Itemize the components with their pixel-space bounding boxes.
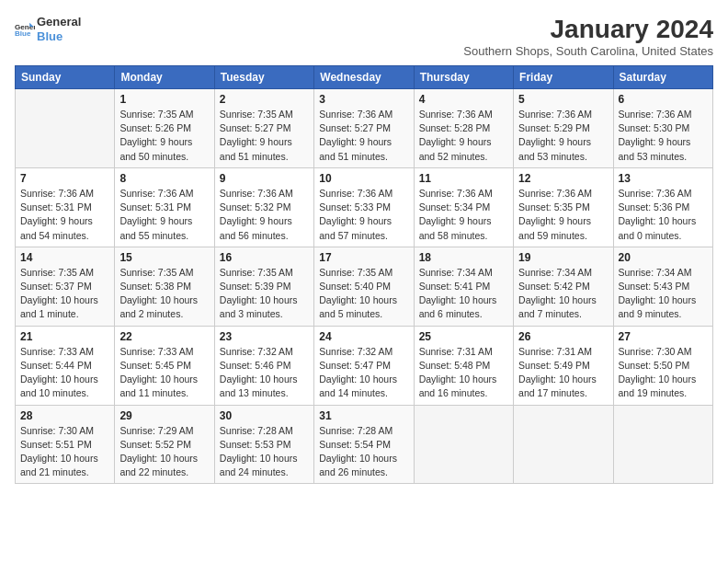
calendar-week-2: 7Sunrise: 7:36 AM Sunset: 5:31 PM Daylig… xyxy=(16,167,713,247)
day-number: 27 xyxy=(619,330,708,343)
calendar-cell: 2Sunrise: 7:35 AM Sunset: 5:27 PM Daylig… xyxy=(214,89,313,168)
day-detail: Sunrise: 7:30 AM Sunset: 5:50 PM Dayligh… xyxy=(619,345,708,401)
day-number: 14 xyxy=(20,251,109,264)
day-number: 26 xyxy=(518,330,608,343)
day-number: 24 xyxy=(319,330,408,343)
page-header: General Blue General Blue January 2024 S… xyxy=(15,15,713,58)
day-number: 3 xyxy=(319,93,408,106)
day-number: 1 xyxy=(119,93,209,106)
col-saturday: Saturday xyxy=(613,66,712,89)
day-number: 30 xyxy=(220,409,309,422)
day-number: 9 xyxy=(220,172,309,185)
day-number: 31 xyxy=(319,409,408,422)
day-number: 17 xyxy=(319,251,408,264)
day-number: 13 xyxy=(619,172,708,185)
day-number: 25 xyxy=(419,330,508,343)
day-detail: Sunrise: 7:34 AM Sunset: 5:42 PM Dayligh… xyxy=(518,266,608,322)
day-number: 5 xyxy=(518,93,608,106)
day-detail: Sunrise: 7:32 AM Sunset: 5:46 PM Dayligh… xyxy=(220,345,309,401)
calendar-cell: 5Sunrise: 7:36 AM Sunset: 5:29 PM Daylig… xyxy=(514,89,613,168)
day-number: 11 xyxy=(419,172,508,185)
calendar-cell: 31Sunrise: 7:28 AM Sunset: 5:54 PM Dayli… xyxy=(314,405,414,484)
day-detail: Sunrise: 7:28 AM Sunset: 5:53 PM Dayligh… xyxy=(220,424,309,480)
logo-text-line2: Blue xyxy=(37,29,81,44)
day-number: 19 xyxy=(518,251,608,264)
day-detail: Sunrise: 7:28 AM Sunset: 5:54 PM Dayligh… xyxy=(319,424,408,480)
calendar-cell: 4Sunrise: 7:36 AM Sunset: 5:28 PM Daylig… xyxy=(414,89,513,168)
calendar-week-1: 1Sunrise: 7:35 AM Sunset: 5:26 PM Daylig… xyxy=(16,89,713,168)
calendar-week-3: 14Sunrise: 7:35 AM Sunset: 5:37 PM Dayli… xyxy=(16,247,713,326)
day-number: 18 xyxy=(419,251,508,264)
calendar-cell: 20Sunrise: 7:34 AM Sunset: 5:43 PM Dayli… xyxy=(613,247,712,326)
day-detail: Sunrise: 7:36 AM Sunset: 5:31 PM Dayligh… xyxy=(119,187,209,243)
day-detail: Sunrise: 7:36 AM Sunset: 5:32 PM Dayligh… xyxy=(220,187,309,243)
day-number: 8 xyxy=(119,172,209,185)
calendar-cell: 24Sunrise: 7:32 AM Sunset: 5:47 PM Dayli… xyxy=(314,326,414,405)
day-detail: Sunrise: 7:36 AM Sunset: 5:27 PM Dayligh… xyxy=(319,108,408,164)
calendar-cell: 25Sunrise: 7:31 AM Sunset: 5:48 PM Dayli… xyxy=(414,326,513,405)
day-detail: Sunrise: 7:32 AM Sunset: 5:47 PM Dayligh… xyxy=(319,345,408,401)
calendar-cell: 3Sunrise: 7:36 AM Sunset: 5:27 PM Daylig… xyxy=(314,89,414,168)
logo: General Blue General Blue xyxy=(15,15,81,43)
calendar-cell: 12Sunrise: 7:36 AM Sunset: 5:35 PM Dayli… xyxy=(514,167,613,247)
day-detail: Sunrise: 7:29 AM Sunset: 5:52 PM Dayligh… xyxy=(119,424,209,480)
day-detail: Sunrise: 7:36 AM Sunset: 5:30 PM Dayligh… xyxy=(619,108,708,164)
logo-text-line1: General xyxy=(37,15,81,29)
day-detail: Sunrise: 7:35 AM Sunset: 5:39 PM Dayligh… xyxy=(220,266,309,322)
day-number: 2 xyxy=(220,93,309,106)
calendar-cell: 1Sunrise: 7:35 AM Sunset: 5:26 PM Daylig… xyxy=(115,89,214,168)
day-number: 21 xyxy=(20,330,109,343)
day-number: 29 xyxy=(119,409,209,422)
col-thursday: Thursday xyxy=(414,66,513,89)
day-number: 6 xyxy=(619,93,708,106)
day-detail: Sunrise: 7:36 AM Sunset: 5:31 PM Dayligh… xyxy=(20,187,109,243)
calendar-cell: 15Sunrise: 7:35 AM Sunset: 5:38 PM Dayli… xyxy=(115,247,214,326)
calendar-cell: 26Sunrise: 7:31 AM Sunset: 5:49 PM Dayli… xyxy=(514,326,613,405)
day-detail: Sunrise: 7:36 AM Sunset: 5:36 PM Dayligh… xyxy=(619,187,708,243)
calendar-cell: 14Sunrise: 7:35 AM Sunset: 5:37 PM Dayli… xyxy=(16,247,115,326)
col-wednesday: Wednesday xyxy=(314,66,414,89)
day-detail: Sunrise: 7:31 AM Sunset: 5:49 PM Dayligh… xyxy=(518,345,608,401)
calendar-cell: 6Sunrise: 7:36 AM Sunset: 5:30 PM Daylig… xyxy=(613,89,712,168)
calendar-cell: 30Sunrise: 7:28 AM Sunset: 5:53 PM Dayli… xyxy=(214,405,313,484)
day-detail: Sunrise: 7:36 AM Sunset: 5:33 PM Dayligh… xyxy=(319,187,408,243)
day-number: 7 xyxy=(20,172,109,185)
day-detail: Sunrise: 7:35 AM Sunset: 5:38 PM Dayligh… xyxy=(119,266,209,322)
day-number: 23 xyxy=(220,330,309,343)
calendar-cell: 19Sunrise: 7:34 AM Sunset: 5:42 PM Dayli… xyxy=(514,247,613,326)
calendar-cell: 22Sunrise: 7:33 AM Sunset: 5:45 PM Dayli… xyxy=(115,326,214,405)
calendar-week-5: 28Sunrise: 7:30 AM Sunset: 5:51 PM Dayli… xyxy=(16,405,713,484)
calendar-cell: 7Sunrise: 7:36 AM Sunset: 5:31 PM Daylig… xyxy=(16,167,115,247)
calendar-subtitle: Southern Shops, South Carolina, United S… xyxy=(463,44,713,58)
day-detail: Sunrise: 7:36 AM Sunset: 5:34 PM Dayligh… xyxy=(419,187,508,243)
calendar-cell xyxy=(414,405,513,484)
col-tuesday: Tuesday xyxy=(214,66,313,89)
day-detail: Sunrise: 7:31 AM Sunset: 5:48 PM Dayligh… xyxy=(419,345,508,401)
calendar-cell xyxy=(613,405,712,484)
col-sunday: Sunday xyxy=(16,66,115,89)
calendar-cell: 28Sunrise: 7:30 AM Sunset: 5:51 PM Dayli… xyxy=(16,405,115,484)
svg-text:Blue: Blue xyxy=(15,29,31,38)
day-detail: Sunrise: 7:36 AM Sunset: 5:35 PM Dayligh… xyxy=(518,187,608,243)
day-number: 28 xyxy=(20,409,109,422)
calendar-title: January 2024 xyxy=(463,15,713,44)
calendar-cell: 27Sunrise: 7:30 AM Sunset: 5:50 PM Dayli… xyxy=(613,326,712,405)
calendar-cell: 10Sunrise: 7:36 AM Sunset: 5:33 PM Dayli… xyxy=(314,167,414,247)
calendar-cell: 29Sunrise: 7:29 AM Sunset: 5:52 PM Dayli… xyxy=(115,405,214,484)
calendar-table: Sunday Monday Tuesday Wednesday Thursday… xyxy=(15,65,713,484)
day-detail: Sunrise: 7:34 AM Sunset: 5:43 PM Dayligh… xyxy=(619,266,708,322)
logo-icon: General Blue xyxy=(15,21,35,38)
calendar-cell: 18Sunrise: 7:34 AM Sunset: 5:41 PM Dayli… xyxy=(414,247,513,326)
day-number: 4 xyxy=(419,93,508,106)
calendar-cell: 11Sunrise: 7:36 AM Sunset: 5:34 PM Dayli… xyxy=(414,167,513,247)
day-number: 20 xyxy=(619,251,708,264)
col-monday: Monday xyxy=(115,66,214,89)
day-detail: Sunrise: 7:35 AM Sunset: 5:37 PM Dayligh… xyxy=(20,266,109,322)
calendar-cell: 17Sunrise: 7:35 AM Sunset: 5:40 PM Dayli… xyxy=(314,247,414,326)
day-detail: Sunrise: 7:35 AM Sunset: 5:26 PM Dayligh… xyxy=(119,108,209,164)
day-detail: Sunrise: 7:33 AM Sunset: 5:45 PM Dayligh… xyxy=(119,345,209,401)
day-number: 22 xyxy=(119,330,209,343)
calendar-cell: 21Sunrise: 7:33 AM Sunset: 5:44 PM Dayli… xyxy=(16,326,115,405)
calendar-cell: 16Sunrise: 7:35 AM Sunset: 5:39 PM Dayli… xyxy=(214,247,313,326)
calendar-cell: 9Sunrise: 7:36 AM Sunset: 5:32 PM Daylig… xyxy=(214,167,313,247)
